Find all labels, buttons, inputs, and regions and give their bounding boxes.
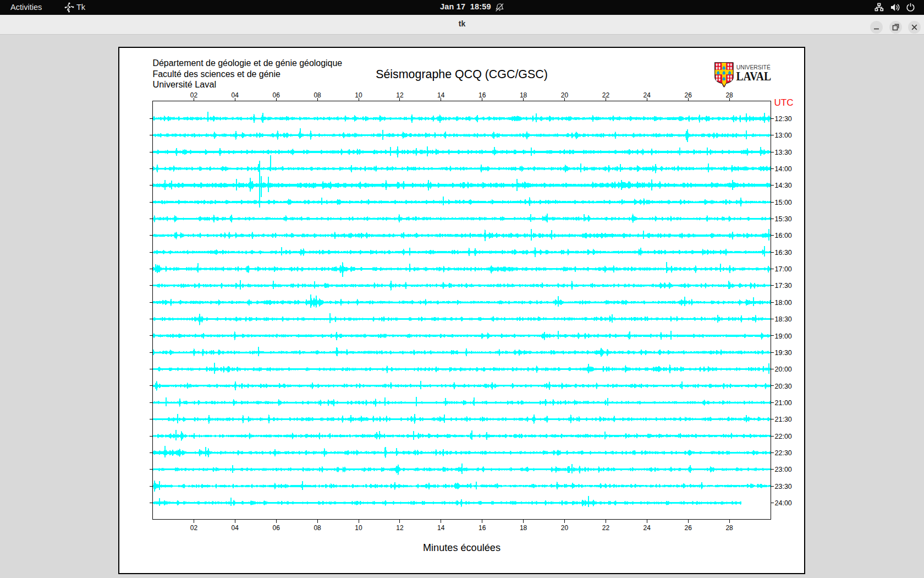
svg-text:12: 12 xyxy=(396,91,404,99)
svg-text:17:30: 17:30 xyxy=(775,282,792,290)
svg-text:10: 10 xyxy=(355,524,362,532)
svg-text:21:00: 21:00 xyxy=(775,399,792,407)
svg-text:26: 26 xyxy=(685,524,692,532)
svg-text:19:00: 19:00 xyxy=(775,332,792,340)
svg-text:06: 06 xyxy=(273,524,280,532)
svg-text:13:00: 13:00 xyxy=(775,132,792,139)
svg-text:20: 20 xyxy=(561,524,569,532)
svg-text:28: 28 xyxy=(725,524,733,532)
svg-text:26: 26 xyxy=(685,91,692,99)
svg-text:02: 02 xyxy=(190,91,198,99)
svg-text:Université Laval: Université Laval xyxy=(153,80,217,89)
svg-text:23:00: 23:00 xyxy=(775,466,792,473)
svg-text:14:00: 14:00 xyxy=(775,165,792,173)
svg-text:Minutes écoulées: Minutes écoulées xyxy=(423,542,501,553)
svg-text:18:30: 18:30 xyxy=(775,315,792,323)
svg-text:08: 08 xyxy=(314,524,321,532)
svg-text:22:00: 22:00 xyxy=(775,433,792,440)
svg-text:Département de géologie et de: Département de géologie et de génie géol… xyxy=(153,58,343,68)
svg-text:24: 24 xyxy=(644,524,651,532)
svg-text:20: 20 xyxy=(561,91,569,99)
svg-text:13:30: 13:30 xyxy=(775,149,792,156)
svg-text:16: 16 xyxy=(479,91,486,99)
svg-text:12:30: 12:30 xyxy=(775,115,792,123)
svg-text:15:30: 15:30 xyxy=(775,215,792,223)
svg-text:12: 12 xyxy=(396,524,404,532)
svg-text:22: 22 xyxy=(602,524,610,532)
svg-text:16:30: 16:30 xyxy=(775,249,792,257)
svg-text:16:00: 16:00 xyxy=(775,232,792,239)
svg-text:20:00: 20:00 xyxy=(775,366,792,373)
svg-text:Faculté des sciences et de gén: Faculté des sciences et de génie xyxy=(153,69,281,79)
svg-text:19:30: 19:30 xyxy=(775,349,792,357)
svg-text:28: 28 xyxy=(725,91,733,99)
svg-text:02: 02 xyxy=(190,524,198,532)
svg-text:UTC: UTC xyxy=(774,97,794,108)
svg-text:06: 06 xyxy=(273,91,280,99)
svg-text:16: 16 xyxy=(479,524,486,532)
svg-text:15:00: 15:00 xyxy=(775,199,792,206)
svg-text:20:30: 20:30 xyxy=(775,383,792,390)
svg-text:LAVAL: LAVAL xyxy=(736,69,772,83)
svg-text:21:30: 21:30 xyxy=(775,416,792,423)
svg-text:22: 22 xyxy=(602,91,610,99)
svg-text:14:30: 14:30 xyxy=(775,182,792,189)
svg-text:18: 18 xyxy=(520,524,527,532)
svg-text:04: 04 xyxy=(232,524,239,532)
svg-text:24:00: 24:00 xyxy=(775,499,792,507)
svg-text:22:30: 22:30 xyxy=(775,449,792,457)
svg-text:Séismographe QCQ (CGC/GSC): Séismographe QCQ (CGC/GSC) xyxy=(376,68,548,81)
svg-text:10: 10 xyxy=(355,91,362,99)
svg-text:14: 14 xyxy=(437,524,445,532)
svg-text:23:30: 23:30 xyxy=(775,483,792,490)
svg-text:18: 18 xyxy=(520,91,527,99)
svg-text:17:00: 17:00 xyxy=(775,265,792,273)
svg-text:04: 04 xyxy=(232,91,239,99)
svg-text:18:00: 18:00 xyxy=(775,299,792,307)
svg-text:08: 08 xyxy=(314,91,321,99)
svg-text:24: 24 xyxy=(644,91,651,99)
svg-text:14: 14 xyxy=(437,91,445,99)
